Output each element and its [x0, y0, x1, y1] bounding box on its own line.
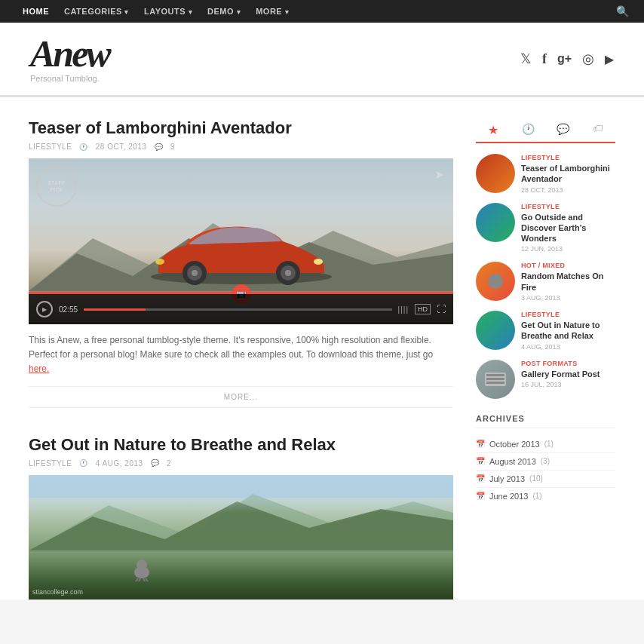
archive-count-2: (3): [541, 457, 550, 465]
archive-count-1: (1): [544, 440, 554, 448]
post-1-body: This is Anew, a free personal tumblog-st…: [29, 333, 453, 377]
svg-point-5: [192, 270, 198, 276]
site-header: Anew Personal Tumblog. 𝕏 f g+ ◎ ▶: [0, 23, 644, 97]
archive-count-4: (1): [532, 492, 541, 500]
archive-calendar-icon-4: 📅: [476, 492, 485, 500]
sidebar-tab-featured[interactable]: ★: [476, 118, 511, 143]
svg-line-18: [146, 578, 148, 581]
svg-point-8: [285, 270, 291, 276]
sidebar-post-2-info: LIFESTYLE Go Outside and Discover Earth'…: [521, 203, 615, 253]
svg-line-17: [143, 578, 145, 581]
post-2-category: LIFESTYLE: [29, 459, 72, 468]
sidebar-tab-comments[interactable]: 💬: [546, 118, 581, 142]
archive-count-3: (10): [529, 474, 543, 483]
video-progress-bar[interactable]: [84, 308, 392, 311]
site-logo[interactable]: Anew: [30, 35, 109, 72]
sidebar-post-2-title: Go Outside and Discover Earth's Wonders: [521, 212, 615, 244]
sidebar-thumb-5: [476, 360, 515, 399]
sidebar-post-4-title: Get Out in Nature to Breathe and Relax: [521, 320, 615, 342]
post-2-title: Get Out in Nature to Breathe and Relax: [29, 435, 453, 455]
sidebar-post-5-category: POST FORMATS: [521, 360, 600, 367]
post-2-image[interactable]: stiancollege.com: [29, 475, 453, 600]
archive-label-1: October 2013: [489, 440, 540, 449]
sidebar-post-5[interactable]: POST FORMATS Gallery Format Post 16 JUL,…: [476, 360, 615, 399]
post-1-meta: LIFESTYLE 🕐 28 OCT, 2013 💬 9: [29, 143, 453, 151]
archive-item-3[interactable]: 📅 July 2013 (10): [476, 471, 615, 488]
archive-label-4: June 2013: [489, 492, 528, 501]
sidebar-post-4-category: LIFESTYLE: [521, 311, 615, 318]
post-1-video[interactable]: STAFFPICK ➤ 📷 ▶ 02:55 ||||: [29, 158, 453, 324]
video-controls[interactable]: ▶ 02:55 |||| HD ⛶: [29, 294, 453, 324]
archive-item-4[interactable]: 📅 June 2013 (1): [476, 488, 615, 504]
facebook-icon[interactable]: f: [542, 51, 547, 67]
sidebar-post-3[interactable]: HOT / MIXED Random Matches On Fire 3 AUG…: [476, 262, 615, 302]
search-icon[interactable]: 🔍: [616, 5, 629, 18]
archive-calendar-icon-1: 📅: [476, 440, 485, 448]
sidebar-tab-tags[interactable]: 🏷: [581, 118, 615, 142]
volume-icon[interactable]: ||||: [398, 305, 409, 314]
post-1-category: LIFESTYLE: [29, 143, 72, 151]
sidebar-post-1-title: Teaser of Lamborghini Aventador: [521, 163, 615, 185]
sidebar-post-2-date: 12 JUN, 2013: [521, 245, 615, 253]
post-1: Teaser of Lamborghini Aventador LIFESTYL…: [29, 118, 453, 408]
archive-label-2: August 2013: [489, 457, 536, 466]
sidebar-post-1-date: 28 OCT, 2013: [521, 186, 615, 194]
social-icons-group: 𝕏 f g+ ◎ ▶: [520, 51, 614, 67]
sidebar-post-2[interactable]: LIFESTYLE Go Outside and Discover Earth'…: [476, 203, 615, 253]
archive-item-2[interactable]: 📅 August 2013 (3): [476, 453, 615, 471]
post-1-more[interactable]: MORE...: [29, 386, 453, 408]
sidebar-post-4[interactable]: LIFESTYLE Get Out in Nature to Breathe a…: [476, 311, 615, 351]
dribbble-icon[interactable]: ◎: [582, 51, 594, 67]
nav-more[interactable]: MORE ▾: [248, 7, 296, 16]
archive-calendar-icon-3: 📅: [476, 474, 485, 483]
dropdown-arrow: ▾: [124, 8, 129, 16]
svg-line-16: [139, 578, 140, 581]
sidebar-tab-recent[interactable]: 🕐: [511, 118, 545, 142]
post-2-date-icon: 🕐: [79, 459, 88, 467]
share-icon[interactable]: ➤: [434, 167, 444, 182]
play-button[interactable]: ▶: [36, 301, 53, 317]
post-2-meta: LIFESTYLE 🕐 4 AUG, 2013 💬 2: [29, 459, 453, 468]
sidebar-post-1[interactable]: LIFESTYLE Teaser of Lamborghini Aventado…: [476, 154, 615, 194]
sidebar-post-5-title: Gallery Format Post: [521, 369, 600, 379]
dropdown-arrow: ▾: [285, 8, 290, 16]
top-navigation: HOME CATEGORIES ▾ LAYOUTS ▾ DEMO ▾ MORE …: [0, 0, 644, 23]
post-2-comments: 2: [167, 459, 171, 468]
sidebar-posts-list: LIFESTYLE Teaser of Lamborghini Aventado…: [476, 154, 615, 399]
twitter-icon[interactable]: 𝕏: [520, 51, 532, 67]
svg-point-10: [155, 259, 164, 265]
rss-icon[interactable]: ▶: [605, 52, 614, 66]
post-1-link[interactable]: here.: [29, 363, 49, 374]
post-2-date: 4 AUG, 2013: [96, 459, 143, 468]
dropdown-arrow: ▾: [189, 8, 193, 16]
nav-demo[interactable]: DEMO ▾: [200, 7, 248, 16]
nav-home[interactable]: HOME: [15, 7, 57, 16]
sidebar-thumb-4: [476, 311, 515, 350]
sidebar-post-3-title: Random Matches On Fire: [521, 271, 615, 293]
archive-item-1[interactable]: 📅 October 2013 (1): [476, 436, 615, 453]
sidebar: ★ 🕐 💬 🏷 LIFESTYLE Teaser of Lamborghini …: [476, 118, 615, 600]
post-1-title: Teaser of Lamborghini Aventador: [29, 118, 453, 138]
sidebar-post-5-info: POST FORMATS Gallery Format Post 16 JUL,…: [521, 360, 600, 399]
post-2: Get Out in Nature to Breathe and Relax L…: [29, 435, 453, 600]
google-plus-icon[interactable]: g+: [557, 52, 572, 66]
archives-title: ARCHIVES: [476, 414, 615, 428]
sidebar-post-1-category: LIFESTYLE: [521, 154, 615, 161]
nav-categories[interactable]: CATEGORIES ▾: [57, 7, 136, 16]
sidebar-post-2-category: LIFESTYLE: [521, 203, 615, 210]
dropdown-arrow: ▾: [237, 8, 241, 16]
sidebar-post-4-date: 4 AUG, 2013: [521, 343, 615, 351]
post-1-comments: 9: [170, 143, 175, 151]
fullscreen-icon[interactable]: ⛶: [437, 304, 446, 315]
nav-layouts[interactable]: LAYOUTS ▾: [136, 7, 200, 16]
archive-label-3: July 2013: [489, 474, 525, 483]
svg-point-9: [314, 259, 323, 265]
post-1-comment-icon: 💬: [155, 143, 164, 151]
post-1-date-icon: 🕐: [79, 143, 88, 151]
sidebar-post-3-category: HOT / MIXED: [521, 262, 615, 269]
sidebar-post-3-date: 3 AUG, 2013: [521, 294, 615, 302]
hd-badge: HD: [415, 304, 431, 314]
sidebar-post-3-info: HOT / MIXED Random Matches On Fire 3 AUG…: [521, 262, 615, 302]
sidebar-thumb-2: [476, 203, 515, 242]
content-area: Teaser of Lamborghini Aventador LIFESTYL…: [29, 118, 453, 600]
